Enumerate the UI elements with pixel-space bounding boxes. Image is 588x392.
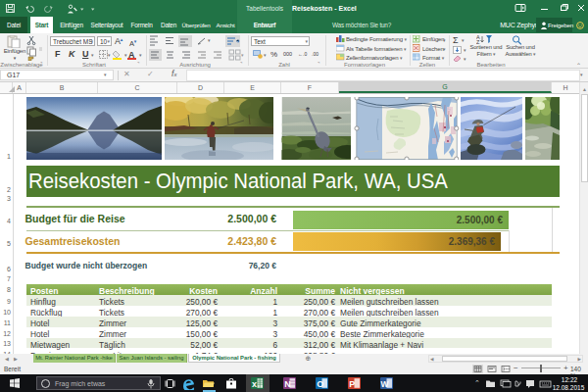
- svg-text:%: %: [270, 50, 277, 59]
- svg-text:.00: .00: [312, 51, 318, 57]
- svg-text:O: O: [317, 379, 323, 389]
- svg-text:x: x: [252, 379, 257, 389]
- svg-text:N: N: [284, 379, 291, 389]
- svg-text:←.0: ←.0: [298, 51, 307, 57]
- svg-text:P: P: [349, 379, 355, 389]
- svg-text:000: 000: [283, 51, 292, 57]
- svg-text:W: W: [381, 379, 390, 389]
